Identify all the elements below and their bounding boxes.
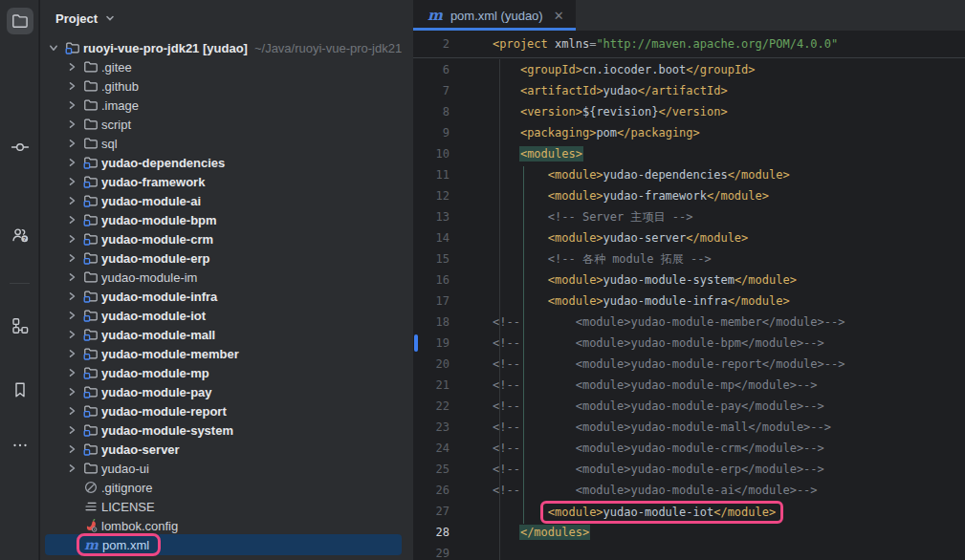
tree-item--gitee[interactable]: .gitee [40,57,413,76]
code-line-9[interactable]: 9 <packaging>pom</packaging> [413,122,965,143]
activity-button-pull-requests[interactable]: ? [7,222,33,248]
tree-item-yudao-module-report[interactable]: yudao-module-report [40,401,413,420]
code-line-12[interactable]: 12 <module>yudao-framework</module> [413,185,965,206]
code-line-11[interactable]: 11 <module>yudao-dependencies</module> [413,164,965,185]
chevron-right-icon[interactable] [62,193,80,208]
editor-tab-pom-xml[interactable]: m pom.xml (yudao) ✕ [413,0,576,31]
tree-item-license[interactable]: LICENSE [40,497,413,516]
code-text: <!-- 各种 module 拓展 --> [493,248,712,269]
tree-item--image[interactable]: .image [40,96,413,115]
tree-item-yudao-module-im[interactable]: yudao-module-im [40,268,413,287]
tree-item-yudao-module-member[interactable]: yudao-module-member [40,344,413,363]
tree-item-lombok-config[interactable]: lombok.config [40,516,413,535]
code-line-23[interactable]: 23<!-- <module>yudao-module-mall</module… [413,417,965,438]
code-text: <!-- <module>yudao-module-crm</module>--… [493,438,824,459]
module-folder-icon [80,442,100,457]
code-line-17[interactable]: 17 <module>yudao-module-infra</module> [413,291,965,312]
code-line-28[interactable]: 28 </modules> [413,522,965,543]
project-panel-header[interactable]: Project [40,0,413,36]
module-folder-icon [80,384,100,399]
code-line-27[interactable]: 27 <module>yudao-module-iot</module> [413,501,965,522]
tree-item-yudao-dependencies[interactable]: yudao-dependencies [40,153,413,172]
tree-item-yudao-ui[interactable]: yudao-ui [40,459,413,478]
chevron-right-icon[interactable] [62,289,80,304]
code-text: <packaging>pom</packaging> [493,122,700,143]
code-line-21[interactable]: 21<!-- <module>yudao-module-mp</module>-… [413,375,965,396]
maven-icon: m [428,7,443,24]
tree-item-yudao-module-crm[interactable]: yudao-module-crm [40,229,413,248]
code-line-10[interactable]: 10 <modules> [413,143,965,164]
code-line-15[interactable]: 15 <!-- 各种 module 拓展 --> [413,248,965,269]
chevron-right-icon[interactable] [62,327,80,342]
code-line-22[interactable]: 22<!-- <module>yudao-module-pay</module>… [413,396,965,417]
activity-button-bookmarks[interactable] [7,377,33,403]
code-line-16[interactable]: 16 <module>yudao-module-system</module> [413,269,965,291]
code-text: <!-- <module>yudao-module-report</module… [493,354,844,375]
code-line-29[interactable]: 29 [413,543,965,560]
chevron-right-icon[interactable] [62,59,80,75]
chevron-right-icon[interactable] [62,250,80,266]
tree-item--github[interactable]: .github [40,76,413,96]
chevron-right-icon[interactable] [62,461,80,476]
chevron-right-icon[interactable] [62,136,80,151]
chevron-right-icon[interactable] [62,442,80,457]
tree-item-yudao-module-infra[interactable]: yudao-module-infra [40,287,413,306]
chevron-right-icon[interactable] [62,346,80,361]
chevron-right-icon[interactable] [62,78,80,94]
chevron-right-icon[interactable] [62,97,80,113]
code-text: </modules> [493,522,589,543]
tree-item-yudao-module-pay[interactable]: yudao-module-pay [40,382,413,401]
tab-close-icon[interactable]: ✕ [554,9,564,23]
svg-text:?: ? [23,236,27,242]
code-line-8[interactable]: 8 <version>${revision}</version> [413,101,965,122]
chevron-right-icon[interactable] [62,212,80,227]
tree-item-yudao-module-system[interactable]: yudao-module-system [40,420,413,440]
code-line-20[interactable]: 20<!-- <module>yudao-module-report</modu… [413,354,965,375]
activity-button-project[interactable] [7,8,33,34]
tree-item-yudao-module-mp[interactable]: yudao-module-mp [40,363,413,382]
code-line-19[interactable]: 19<!-- <module>yudao-module-bpm</module>… [413,333,965,354]
tree-item-yudao-server[interactable]: yudao-server [40,440,413,459]
code-line-13[interactable]: 13 <!-- Server 主项目 --> [413,206,965,227]
tree-item-yudao-module-iot[interactable]: yudao-module-iot [40,306,413,325]
tree-item-sql[interactable]: sql [40,134,413,153]
tree-item-yudao-module-mall[interactable]: yudao-module-mall [40,325,413,344]
indent-guide-modules [523,166,524,524]
chevron-right-icon[interactable] [62,117,80,132]
code-line-18[interactable]: 18<!-- <module>yudao-module-member</modu… [413,312,965,333]
chevron-right-icon[interactable] [62,231,80,247]
tree-item-label: yudao-module-bpm [101,213,217,227]
code-text: <project xmlns="http://maven.apache.org/… [493,31,838,57]
code-line-2[interactable]: 2<project xmlns="http://maven.apache.org… [413,31,965,57]
code-line-6[interactable]: 6 <groupId>cn.iocoder.boot</groupId> [413,59,965,80]
activity-button-commit[interactable] [7,134,33,161]
tree-item-pom-xml[interactable]: mpom.xml [40,535,413,554]
code-line-14[interactable]: 14 <module>yudao-server</module> [413,227,965,248]
tree-item-ruoyi-vue-pro-jdk21-yudao-[interactable]: ruoyi-vue-pro-jdk21 [yudao]~/Java/ruoyi-… [40,38,413,57]
chevron-right-icon[interactable] [62,174,80,189]
tree-item--gitignore[interactable]: .gitignore [40,478,413,497]
tree-item-yudao-module-erp[interactable]: yudao-module-erp [40,248,413,268]
activity-button-more[interactable] [7,432,33,459]
tree-item-script[interactable]: script [40,115,413,134]
activity-button-structure[interactable] [7,312,33,339]
code-text: <module>yudao-module-system</module> [493,269,797,291]
tree-item-yudao-framework[interactable]: yudao-framework [40,172,413,191]
chevron-right-icon[interactable] [62,384,80,399]
code-line-26[interactable]: 26<!-- <module>yudao-module-ai</module>-… [413,480,965,501]
chevron-right-icon[interactable] [62,155,80,170]
code-line-24[interactable]: 24<!-- <module>yudao-module-crm</module>… [413,438,965,459]
chevron-right-icon[interactable] [62,269,80,285]
tree-item-yudao-module-bpm[interactable]: yudao-module-bpm [40,210,413,229]
tree-item-yudao-module-ai[interactable]: yudao-module-ai [40,191,413,210]
chevron-right-icon[interactable] [62,422,80,438]
code-line-7[interactable]: 7 <artifactId>yudao</artifactId> [413,80,965,101]
chevron-right-icon[interactable] [62,365,80,380]
chevron-down-icon[interactable] [44,40,62,55]
line-number: 27 [413,501,450,522]
tree-item-label: yudao-framework [101,175,205,189]
chevron-right-icon[interactable] [62,308,80,323]
editor-area: m pom.xml (yudao) ✕ 2<project xmlns="htt… [413,0,965,560]
code-line-25[interactable]: 25<!-- <module>yudao-module-erp</module>… [413,459,965,480]
chevron-right-icon[interactable] [62,403,80,419]
